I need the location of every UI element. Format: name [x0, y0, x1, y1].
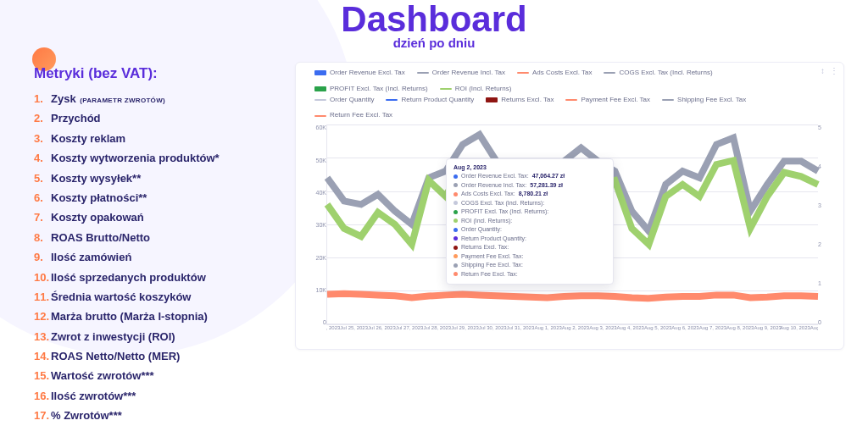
- x-tick: Jul 28, 2023: [423, 325, 451, 340]
- metric-sublabel: (PARAMETR ZWROTÓW): [78, 97, 165, 104]
- y2-tick: 0: [818, 319, 833, 325]
- metric-item: Średnia wartość koszyków: [34, 287, 288, 307]
- x-tick: Aug 9, 2023: [754, 325, 781, 340]
- x-tick: Jul 27, 2023: [396, 325, 424, 340]
- legend-label: Order Revenue Incl. Tax: [432, 68, 505, 79]
- metric-label: Przychód: [51, 112, 101, 124]
- tooltip-row: Return Product Quantity:: [453, 235, 606, 244]
- metric-item: % Zwrotów***: [34, 406, 288, 425]
- tooltip-color-dot: [453, 254, 458, 258]
- metric-label: Koszty reklam: [51, 132, 125, 145]
- y-tick: 30K: [306, 222, 326, 228]
- legend-swatch: [314, 115, 326, 117]
- tooltip-label: Payment Fee Excl. Tax:: [461, 252, 523, 262]
- x-tick: Aug 4, 2023: [617, 325, 644, 340]
- series-line: [327, 294, 818, 298]
- metric-label: Ilość zamówień: [51, 251, 131, 263]
- legend-swatch: [314, 70, 326, 75]
- tooltip-label: Return Fee Excl. Tax:: [461, 270, 518, 279]
- legend-swatch: [604, 72, 615, 74]
- x-tick: Jul 31, 2023: [507, 325, 535, 340]
- legend-label: Order Revenue Excl. Tax: [330, 68, 405, 79]
- legend-label: Payment Fee Excl. Tax: [581, 95, 650, 106]
- metric-label: Ilość zwrotów***: [51, 390, 136, 402]
- y-tick: 10K: [306, 287, 326, 293]
- y2-tick: 4: [818, 163, 833, 169]
- tooltip-color-dot: [453, 228, 458, 232]
- metric-label: ROAS Netto/Netto (MER): [51, 350, 180, 362]
- y2-tick: 3: [818, 202, 833, 208]
- tooltip-label: ROI (Incl. Returns):: [461, 217, 512, 226]
- metric-item: Koszty wytworzenia produktów*: [34, 148, 288, 168]
- legend-entry: ROI (Incl. Returns): [440, 84, 512, 95]
- metric-item: Ilość sprzedanych produktów: [34, 268, 288, 287]
- tooltip-value: 57,281.39 zł: [530, 181, 563, 191]
- legend-entry: Return Product Quantity: [386, 95, 474, 106]
- legend-label: Ads Costs Excl. Tax: [532, 68, 593, 79]
- metric-item: Koszty opakowań: [34, 207, 288, 227]
- legend-entry: Return Fee Excl. Tax: [314, 110, 392, 121]
- metric-item: ROAS Brutto/Netto: [34, 228, 288, 247]
- tooltip-color-dot: [453, 218, 458, 223]
- tooltip-row: COGS Excl. Tax (Incl. Returns):: [453, 199, 606, 208]
- tooltip-color-dot: [453, 236, 458, 241]
- legend-swatch: [565, 99, 577, 101]
- x-tick: Aug 1, 2023: [534, 325, 561, 340]
- metric-item: ROAS Netto/Netto (MER): [34, 346, 288, 366]
- tooltip-color-dot: [453, 183, 458, 187]
- legend-label: Returns Excl. Tax: [501, 95, 554, 106]
- tooltip-color-dot: [453, 272, 458, 276]
- legend-label: PROFIT Excl. Tax (Incl. Returns): [330, 84, 428, 95]
- y2-tick: 5: [818, 124, 833, 130]
- metric-item: Zysk (PARAMETR ZWROTÓW): [34, 89, 288, 108]
- x-axis: Jul 24, 2023Jul 25, 2023Jul 26, 2023Jul …: [326, 325, 818, 340]
- metric-label: Marża brutto (Marża I-stopnia): [51, 310, 208, 323]
- tooltip-color-dot: [453, 174, 458, 179]
- legend-swatch: [386, 99, 398, 101]
- tooltip-color-dot: [453, 201, 458, 205]
- tooltip-row: Order Quantity:: [453, 225, 606, 235]
- tooltip-color-dot: [453, 246, 458, 250]
- x-tick: Jul 26, 2023: [368, 325, 396, 340]
- metric-label: % Zwrotów***: [51, 409, 122, 422]
- metrics-heading: Metryki (bez VAT):: [34, 65, 288, 82]
- legend-entry: Payment Fee Excl. Tax: [565, 95, 650, 106]
- tooltip-row: Return Fee Excl. Tax:: [453, 270, 606, 279]
- metric-label: Ilość sprzedanych produktów: [51, 271, 206, 284]
- metrics-list: Zysk (PARAMETR ZWROTÓW)PrzychódKoszty re…: [34, 89, 288, 426]
- y-tick: 0: [306, 319, 326, 325]
- metric-label: Średnia wartość koszyków: [51, 290, 191, 303]
- x-tick: Jul 29, 2023: [451, 325, 479, 340]
- tooltip-label: Returns Excl. Tax:: [461, 243, 509, 252]
- metric-label: Wartość zwrotów***: [51, 369, 154, 382]
- legend-swatch: [440, 88, 452, 90]
- chart-menu-icon[interactable]: ⋮: [830, 66, 838, 75]
- legend-label: Order Quantity: [330, 95, 374, 106]
- metric-label: Zysk: [51, 92, 76, 105]
- tooltip-color-dot: [453, 263, 458, 268]
- chart-tooltip: Aug 2, 2023 Order Revenue Excl. Tax: 47,…: [446, 158, 614, 285]
- metrics-panel: Metryki (bez VAT): Zysk (PARAMETR ZWROTÓ…: [0, 50, 288, 437]
- chart-sort-icon[interactable]: ↕: [821, 66, 825, 75]
- legend-entry: Order Revenue Incl. Tax: [417, 68, 505, 79]
- metric-label: Koszty wytworzenia produktów*: [51, 152, 220, 164]
- tooltip-label: Order Revenue Incl. Tax:: [461, 181, 526, 191]
- y-tick: 50K: [306, 158, 326, 163]
- legend-swatch: [486, 97, 498, 102]
- tooltip-date: Aug 2, 2023: [453, 164, 606, 170]
- x-tick: Aug 6, 2023: [671, 325, 698, 340]
- tooltip-row: PROFIT Excl. Tax (Incl. Returns):: [453, 207, 606, 217]
- legend-swatch: [662, 99, 674, 101]
- tooltip-color-dot: [453, 210, 458, 214]
- legend-swatch: [417, 72, 429, 74]
- tooltip-value: 47,064.27 zł: [532, 172, 565, 181]
- legend-label: COGS Excl. Tax (Incl. Returns): [619, 68, 712, 79]
- tooltip-row: ROI (Incl. Returns):: [453, 217, 606, 226]
- legend-entry: Ads Costs Excl. Tax: [517, 68, 593, 79]
- x-tick: Aug 11, 2023: [810, 325, 818, 340]
- y-tick: 60K: [306, 124, 326, 130]
- x-tick: Aug 10, 2023: [780, 325, 810, 340]
- metric-label: Koszty wysyłek**: [51, 172, 141, 185]
- metric-label: Koszty opakowań: [51, 211, 144, 224]
- page-subtitle: dzień po dniu: [0, 36, 868, 50]
